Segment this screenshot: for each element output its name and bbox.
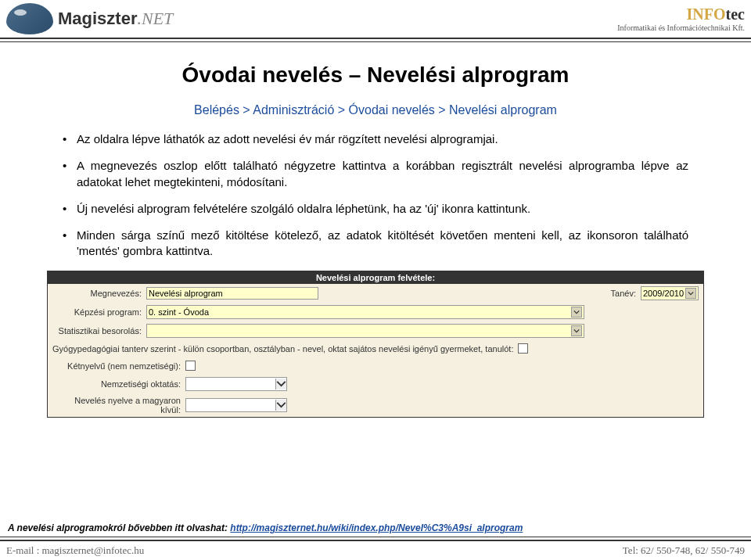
nemzetisegi-select[interactable] <box>185 377 287 391</box>
megnevezes-input[interactable] <box>146 287 318 300</box>
chevron-down-icon <box>275 379 286 389</box>
chevron-down-icon <box>275 400 286 411</box>
statisztikai-label: Statisztikai besorolás: <box>52 326 146 336</box>
gyogyped-checkbox[interactable] <box>518 343 528 354</box>
header: Magiszter.NET INFOtec Informatikai és In… <box>0 0 751 39</box>
nyelve-label: Nevelés nyelve a magyaron kívül: <box>52 396 185 415</box>
ketnyelvu-label: Kétnyelvű (nem nemzetiségi): <box>52 361 185 371</box>
form-row-kepzesi: Képzési program: 0. szint - Óvoda <box>48 303 703 321</box>
footer-email: E-mail : magiszternet@infotec.hu <box>6 544 144 557</box>
kepzesi-value: 0. szint - Óvoda <box>149 307 209 317</box>
ketnyelvu-checkbox[interactable] <box>185 361 196 371</box>
tanev-select[interactable]: 2009/2010 <box>641 286 699 300</box>
bullet-item: A megnevezés oszlop előtt található négy… <box>63 158 688 190</box>
form-row-statisztikai: Statisztikai besorolás: <box>48 321 703 340</box>
company-info: INFOtec Informatikai és Információtechni… <box>617 5 745 32</box>
form-row-gyogyped: Gyógypedagógiai tanterv szerint - külön … <box>48 340 703 357</box>
chevron-down-icon <box>571 307 582 318</box>
kepzesi-label: Képzési program: <box>52 307 146 317</box>
bullet-list: Az oldalra lépve láthatók az adott nevel… <box>47 131 704 260</box>
infotec-tec: tec <box>726 5 745 23</box>
bullet-item: Új nevelési alprogram felvételére szolgá… <box>63 201 688 217</box>
brand-suffix: .NET <box>137 9 173 28</box>
form-row-nemzetisegi: Nemzetiségi oktatás: <box>48 375 703 393</box>
infotec-logo: INFOtec <box>617 5 745 23</box>
nyelve-select[interactable] <box>185 398 287 412</box>
gyogyped-label: Gyógypedagógiai tanterv szerint - külön … <box>52 344 518 354</box>
page-title: Óvodai nevelés – Nevelési alprogram <box>47 63 704 88</box>
footer-more-info: A nevelési alprogramokról bővebben itt o… <box>8 522 523 533</box>
brand-logo: Magiszter.NET <box>6 3 173 34</box>
chevron-down-icon <box>685 288 696 299</box>
form-row-nyelve: Nevelés nyelve a magyaron kívül: <box>48 393 703 417</box>
breadcrumb: Belépés > Adminisztráció > Óvodai nevelé… <box>47 103 704 117</box>
company-subtitle: Informatikai és Információtechnikai Kft. <box>617 23 745 32</box>
statisztikai-select[interactable] <box>146 324 584 338</box>
tanev-value: 2009/2010 <box>643 289 684 298</box>
footer-tel: Tel: 62/ 550-748, 62/ 550-749 <box>623 544 745 557</box>
brand-text: Magiszter.NET <box>58 9 173 29</box>
form-row-ketnyelvu: Kétnyelvű (nem nemzetiségi): <box>48 357 703 375</box>
tanev-label: Tanév: <box>602 289 641 298</box>
nemzetisegi-label: Nemzetiségi oktatás: <box>52 379 185 389</box>
more-link[interactable]: http://magiszternet.hu/wiki/index.php/Ne… <box>230 522 523 533</box>
infotec-info: INFO <box>687 5 726 23</box>
chevron-down-icon <box>571 325 582 336</box>
bottom-bar: E-mail : magiszternet@infotec.hu Tel: 62… <box>0 540 751 560</box>
bullet-item: Az oldalra lépve láthatók az adott nevel… <box>63 131 688 147</box>
bullet-item: Minden sárga színű mező kitöltése kötele… <box>63 228 688 260</box>
magiszter-logo-icon <box>6 3 53 34</box>
megnevezes-label: Megnevezés: <box>52 289 146 298</box>
more-label: A nevelési alprogramokról bővebben itt o… <box>8 522 230 533</box>
form-title: Nevelési alprogram felvétele: <box>48 271 703 284</box>
kepzesi-select[interactable]: 0. szint - Óvoda <box>146 305 584 319</box>
main-content: Óvodai nevelés – Nevelési alprogram Belé… <box>0 39 751 425</box>
form-row-megnevezes: Megnevezés: Tanév: 2009/2010 <box>48 284 703 303</box>
brand-main: Magiszter <box>58 9 137 28</box>
form-panel: Nevelési alprogram felvétele: Megnevezés… <box>47 271 704 418</box>
